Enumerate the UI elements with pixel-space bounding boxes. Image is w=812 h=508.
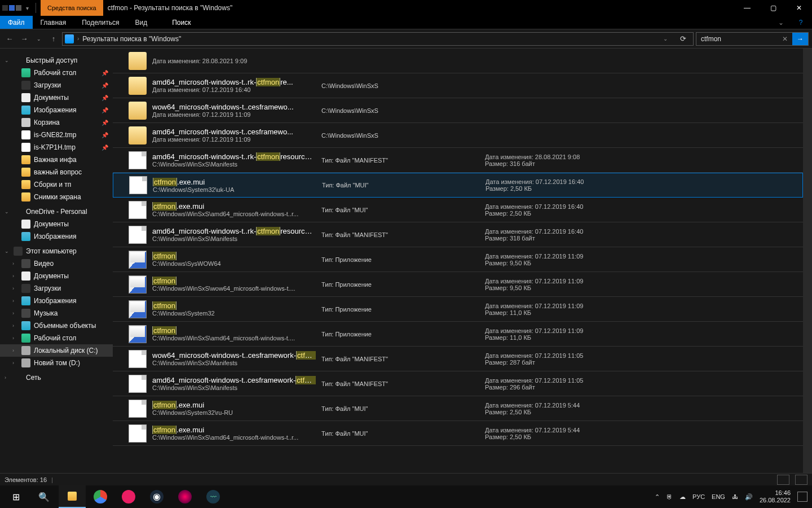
address-bar[interactable]: › Результаты поиска в "Windows" ⌄ ⟳ bbox=[62, 32, 694, 46]
result-row[interactable]: ctfmon.exe.mui C:\Windows\System32\uk-UA… bbox=[113, 173, 803, 198]
chevron-right-icon[interactable]: › bbox=[77, 36, 79, 42]
tab-view[interactable]: Вид bbox=[127, 16, 155, 29]
sidebar-item[interactable]: ›Сеть bbox=[0, 371, 113, 384]
result-row[interactable]: ctfmon C:\Windows\WinSxS\wow64_microsoft… bbox=[113, 272, 803, 297]
maximize-button[interactable]: ▢ bbox=[760, 0, 786, 16]
up-button[interactable]: ↑ bbox=[47, 33, 60, 45]
back-button[interactable]: ← bbox=[3, 33, 16, 45]
scrollbar[interactable] bbox=[803, 49, 812, 473]
breadcrumb[interactable]: Результаты поиска в "Windows" bbox=[82, 35, 181, 43]
folder-icon bbox=[129, 102, 147, 120]
sidebar-item[interactable]: Загрузки📌 bbox=[0, 79, 113, 91]
result-row[interactable]: Дата изменения: 28.08.2021 9:09 bbox=[113, 49, 803, 73]
result-row[interactable]: amd64_microsoft-windows-t..rk-ctfmonreso… bbox=[113, 148, 803, 173]
pin-icon: 📌 bbox=[102, 144, 108, 151]
notifications-icon[interactable] bbox=[797, 492, 807, 502]
sidebar-item[interactable]: Корзина📌 bbox=[0, 116, 113, 129]
tray-network-icon[interactable]: 🖧 bbox=[732, 493, 738, 500]
taskbar-app-1[interactable] bbox=[115, 485, 142, 508]
file-icon bbox=[129, 375, 147, 393]
sidebar-item[interactable]: Важная инфа bbox=[0, 154, 113, 166]
result-row[interactable]: ctfmon.exe.mui C:\Windows\WinSxS\amd64_m… bbox=[113, 421, 803, 446]
qat-icon[interactable] bbox=[9, 5, 15, 11]
separator bbox=[36, 3, 36, 13]
sidebar-item[interactable]: ⌄Этот компьютер bbox=[0, 245, 113, 257]
result-row[interactable]: amd64_microsoft-windows-t..rk-ctfmonre..… bbox=[113, 73, 803, 98]
sidebar-item[interactable]: ›Рабочий стол bbox=[0, 332, 113, 344]
tab-file[interactable]: Файл bbox=[0, 16, 33, 29]
nav-row: ← → ⌄ ↑ › Результаты поиска в "Windows" … bbox=[0, 29, 812, 49]
result-row[interactable]: ctfmon.exe.mui C:\Windows\WinSxS\amd64_m… bbox=[113, 198, 803, 222]
result-row[interactable]: wow64_microsoft-windows-t..cesframewo...… bbox=[113, 98, 803, 123]
clear-search-icon[interactable]: ✕ bbox=[778, 35, 792, 43]
tray-chevron-icon[interactable]: ⌃ bbox=[655, 493, 660, 501]
sidebar-item[interactable]: ›Музыка bbox=[0, 307, 113, 319]
sidebar-item[interactable]: ›Документы bbox=[0, 270, 113, 282]
search-box[interactable]: ctfmon ✕ → bbox=[696, 32, 809, 46]
sidebar-item[interactable]: Документы📌 bbox=[0, 91, 113, 104]
taskbar-steam[interactable]: ◉ bbox=[143, 485, 170, 508]
close-button[interactable]: ✕ bbox=[786, 0, 812, 16]
result-type: Тип: Файл "MUI" bbox=[322, 182, 480, 189]
forward-button[interactable]: → bbox=[18, 33, 30, 45]
sidebar-item[interactable]: ›Загрузки bbox=[0, 282, 113, 295]
tab-home[interactable]: Главная bbox=[33, 16, 74, 29]
sidebar-item[interactable]: ›Новий том (D:) bbox=[0, 357, 113, 369]
sidebar-item[interactable]: is-K7P1H.tmp📌 bbox=[0, 141, 113, 154]
folder-icon bbox=[14, 56, 23, 65]
taskbar-chrome[interactable] bbox=[87, 485, 114, 508]
address-dropdown-icon[interactable]: ⌄ bbox=[659, 36, 672, 42]
taskbar-app-2[interactable] bbox=[171, 485, 198, 508]
search-taskbar-icon[interactable]: 🔍 bbox=[30, 485, 58, 508]
search-input[interactable]: ctfmon bbox=[701, 35, 778, 43]
tab-search[interactable]: Поиск bbox=[155, 16, 208, 29]
result-row[interactable]: amd64_microsoft-windows-t..cesframework-… bbox=[113, 371, 803, 396]
result-row[interactable]: wow64_microsoft-windows-t..cesframework-… bbox=[113, 347, 803, 371]
result-name: amd64_microsoft-windows-t..cesframewo... bbox=[152, 128, 316, 136]
tray-volume-icon[interactable]: 🔊 bbox=[745, 493, 753, 501]
tray-icon[interactable]: ⛨ bbox=[667, 493, 673, 500]
sidebar-item[interactable]: ›Локальный диск (C:) bbox=[0, 344, 113, 357]
result-row[interactable]: ctfmon C:\Windows\System32 Тип: Приложен… bbox=[113, 297, 803, 322]
sidebar-item[interactable]: важный вопрос bbox=[0, 166, 113, 178]
result-row[interactable]: amd64_microsoft-windows-t..cesframewo...… bbox=[113, 123, 803, 148]
folder-icon bbox=[21, 309, 30, 318]
sidebar-item[interactable]: Снимки экрана bbox=[0, 191, 113, 203]
sidebar-item[interactable]: ⌄Быстрый доступ bbox=[0, 54, 113, 67]
ribbon-collapse-icon[interactable]: ⌄ bbox=[773, 16, 789, 29]
minimize-button[interactable]: — bbox=[734, 0, 760, 16]
result-row[interactable]: ctfmon C:\Windows\SysWOW64 Тип: Приложен… bbox=[113, 247, 803, 272]
sidebar-item[interactable]: is-GNE82.tmp📌 bbox=[0, 129, 113, 141]
sidebar-item[interactable]: Рабочий стол📌 bbox=[0, 67, 113, 79]
sidebar-item[interactable]: ›Видео bbox=[0, 257, 113, 270]
start-button[interactable]: ⊞ bbox=[2, 485, 29, 508]
sidebar-item[interactable]: Изображения bbox=[0, 230, 113, 243]
search-tools-tab[interactable]: Средства поиска bbox=[41, 0, 103, 16]
qat-icon[interactable] bbox=[16, 5, 21, 11]
result-date: Дата изменения: 07.12.2019 11:09 bbox=[485, 327, 798, 334]
tray-clock[interactable]: 16:4626.08.2022 bbox=[760, 489, 791, 504]
tray-lang2[interactable]: ENG bbox=[712, 493, 725, 500]
sidebar-item[interactable]: ›Изображения bbox=[0, 295, 113, 307]
sidebar-item[interactable]: ⌄OneDrive - Personal bbox=[0, 205, 113, 218]
search-go-button[interactable]: → bbox=[792, 33, 808, 45]
view-icons-button[interactable] bbox=[795, 475, 807, 485]
refresh-icon[interactable]: ⟳ bbox=[676, 34, 691, 43]
sidebar-item[interactable]: Сборки и тп bbox=[0, 178, 113, 191]
tab-share[interactable]: Поделиться bbox=[74, 16, 127, 29]
result-row[interactable]: ctfmon.exe.mui C:\Windows\System32\ru-RU… bbox=[113, 396, 803, 421]
sidebar-item[interactable]: ›Объемные объекты bbox=[0, 319, 113, 332]
sidebar-item[interactable]: Документы bbox=[0, 218, 113, 230]
result-row[interactable]: amd64_microsoft-windows-t..rk-ctfmonreso… bbox=[113, 222, 803, 247]
taskbar-explorer[interactable] bbox=[59, 485, 86, 508]
recent-dropdown-icon[interactable]: ⌄ bbox=[33, 33, 45, 45]
tray-lang1[interactable]: РУС bbox=[692, 493, 705, 500]
sidebar-item[interactable]: Изображения📌 bbox=[0, 104, 113, 116]
view-details-button[interactable] bbox=[777, 475, 789, 485]
folder-icon bbox=[129, 52, 147, 70]
taskbar-app-3[interactable]: 〰 bbox=[200, 485, 227, 508]
help-icon[interactable]: ? bbox=[789, 16, 812, 29]
result-row[interactable]: ctfmon C:\Windows\WinSxS\amd64_microsoft… bbox=[113, 322, 803, 347]
tray-icon[interactable]: ☁ bbox=[679, 493, 686, 501]
qat-dropdown-icon[interactable]: ▾ bbox=[23, 5, 32, 11]
